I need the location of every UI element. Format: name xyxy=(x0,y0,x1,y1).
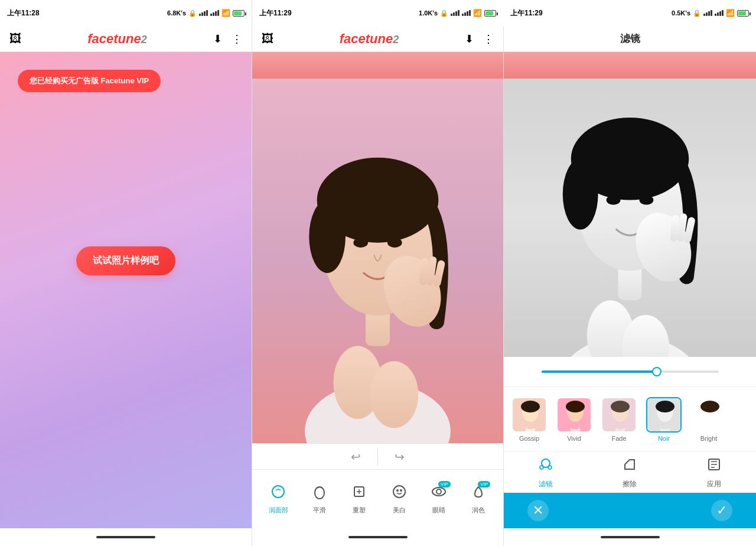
photo-icon-2[interactable]: 🖼 xyxy=(262,32,273,46)
svg-point-21 xyxy=(400,489,402,492)
filter-scroll: Gossip Vivid Fade xyxy=(504,386,756,451)
tool-runmianbu[interactable]: 润面部 xyxy=(264,481,293,517)
svg-point-29 xyxy=(563,159,598,230)
undo-button[interactable]: ↩ xyxy=(346,445,366,469)
vip-banner[interactable]: 您已经购买无广告版 Facetune VIP xyxy=(18,70,161,92)
filter-title: 滤镜 xyxy=(620,32,640,46)
status-bar-3: 上午11:29 0.5K's 🔒 📶 xyxy=(503,0,756,26)
tool-pinghua[interactable]: 平滑 xyxy=(307,481,333,517)
signal-1b xyxy=(210,10,219,16)
svg-point-19 xyxy=(393,486,405,498)
svg-point-6 xyxy=(353,238,368,247)
signal-1 xyxy=(199,10,208,16)
lock-3: 🔒 xyxy=(693,9,701,17)
panel-2: ↩ ↪ 润面部 平滑 xyxy=(252,52,503,528)
filter-action-icon-apply xyxy=(706,456,722,477)
filter-thumb-bright xyxy=(691,397,726,433)
nav-bar-3: 滤镜 xyxy=(503,26,756,52)
filter-action-apply[interactable]: 应用 xyxy=(706,456,722,489)
battery-1 xyxy=(233,10,245,17)
separator xyxy=(377,448,378,466)
home-indicator-1 xyxy=(96,536,155,538)
filter-action-label-filter: 滤镜 xyxy=(539,479,553,489)
status-bar-1: 上午11:28 6.8K's 🔒 📶 xyxy=(0,0,252,26)
pinghua-icon xyxy=(311,483,328,503)
meibai-label: 美白 xyxy=(393,506,406,515)
filter-slider-thumb[interactable] xyxy=(652,367,662,376)
filter-action-label-erase: 擦除 xyxy=(623,479,637,489)
chongsu-label: 重塑 xyxy=(353,506,366,515)
tool-chongsu[interactable]: 重塑 xyxy=(346,481,372,517)
filter-item-noir[interactable]: Noir xyxy=(643,397,685,442)
signal-2b xyxy=(462,10,471,16)
nav-bar-2: 🖼 facetune2 ⬇ ⋮ xyxy=(252,26,503,52)
battery-3 xyxy=(737,10,749,17)
download-icon-1[interactable]: ⬇ xyxy=(213,32,222,46)
confirm-button[interactable]: ✓ xyxy=(711,500,732,521)
filter-item-gossip[interactable]: Gossip xyxy=(509,397,550,442)
wifi-2: 📶 xyxy=(473,9,482,17)
filter-label-fade: Fade xyxy=(611,435,626,442)
signal-2 xyxy=(451,10,460,16)
app-logo-1: facetune2 xyxy=(87,31,147,47)
filter-action-icon-erase xyxy=(621,456,638,477)
lock-1: 🔒 xyxy=(188,9,197,17)
filter-action-filter[interactable]: 滤镜 xyxy=(537,456,554,489)
filter-img-fade xyxy=(602,398,636,431)
svg-point-55 xyxy=(548,466,552,469)
network-2: 1.0K's xyxy=(419,9,438,17)
wifi-1: 📶 xyxy=(221,9,230,17)
photo-icon-1[interactable]: 🖼 xyxy=(9,32,21,46)
chongsu-icon xyxy=(351,483,367,503)
download-icon-2[interactable]: ⬇ xyxy=(465,32,474,46)
cancel-button[interactable]: ✕ xyxy=(527,500,549,521)
filter-action-erase[interactable]: 擦除 xyxy=(621,456,638,489)
svg-point-40 xyxy=(521,401,540,412)
filter-item-bright[interactable]: Bright xyxy=(688,397,729,442)
portrait-svg xyxy=(252,79,503,443)
tool-meibai[interactable]: 美白 xyxy=(386,481,412,517)
svg-point-20 xyxy=(396,489,399,492)
home-bar-1 xyxy=(0,528,252,546)
time-1: 上午11:28 xyxy=(7,8,40,18)
filter-img-noir xyxy=(647,398,680,431)
more-icon-1[interactable]: ⋮ xyxy=(232,32,242,46)
signal-3 xyxy=(703,10,712,16)
sample-photo-button[interactable]: 试试照片样例吧 xyxy=(76,246,175,275)
svg-point-13 xyxy=(370,361,418,428)
svg-point-23 xyxy=(436,489,441,494)
svg-point-30 xyxy=(607,196,621,205)
svg-point-49 xyxy=(656,401,674,412)
home-indicator-2 xyxy=(348,536,408,538)
photo-area-2 xyxy=(252,79,503,443)
filter-portrait-svg xyxy=(504,79,756,357)
filter-thumb-fade xyxy=(601,397,637,433)
filter-slider-fill xyxy=(542,370,657,373)
filter-slider-track xyxy=(542,370,719,373)
redo-button[interactable]: ↪ xyxy=(390,445,409,469)
runmianbu-label: 润面部 xyxy=(269,506,288,515)
top-bar-2 xyxy=(252,52,503,79)
panel-1: 您已经购买无广告版 Facetune VIP 试试照片样例吧 xyxy=(0,52,252,528)
tool-yanjing[interactable]: VIP 眼睛 xyxy=(426,481,452,517)
filter-photo-area xyxy=(504,79,756,357)
filter-item-fade[interactable]: Fade xyxy=(598,397,640,442)
app-logo-2: facetune2 xyxy=(340,31,399,47)
home-indicator-3 xyxy=(601,536,660,538)
svg-point-46 xyxy=(611,401,630,412)
filter-label-gossip: Gossip xyxy=(519,435,539,442)
wifi-3: 📶 xyxy=(726,9,735,17)
network-1: 6.8K's xyxy=(167,9,186,17)
filter-img-vivid xyxy=(558,398,591,431)
filter-img-bright xyxy=(692,398,725,431)
svg-point-31 xyxy=(639,196,653,205)
yanjing-badge: VIP xyxy=(438,481,451,488)
tool-runse[interactable]: VIP 润色 xyxy=(465,481,491,517)
svg-point-54 xyxy=(540,466,543,469)
filter-label-bright: Bright xyxy=(700,435,718,442)
filter-item-vivid[interactable]: Vivid xyxy=(553,397,595,442)
network-3: 0.5K's xyxy=(672,9,690,17)
filter-thumb-noir xyxy=(646,397,682,433)
signal-3b xyxy=(715,10,724,16)
more-icon-2[interactable]: ⋮ xyxy=(483,32,494,46)
